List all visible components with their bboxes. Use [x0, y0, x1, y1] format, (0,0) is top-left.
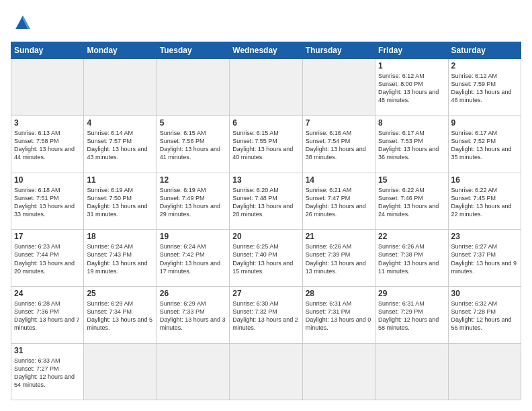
day-number: 1 [378, 61, 445, 71]
calendar-cell: 15Sunrise: 6:22 AM Sunset: 7:46 PM Dayli… [375, 173, 448, 230]
day-number: 28 [306, 289, 372, 298]
day-info: Sunrise: 6:27 AM Sunset: 7:37 PM Dayligh… [451, 242, 518, 275]
day-number: 18 [87, 232, 153, 241]
day-number: 15 [378, 175, 445, 185]
calendar-cell [84, 343, 157, 400]
day-info: Sunrise: 6:30 AM Sunset: 7:32 PM Dayligh… [232, 300, 299, 332]
day-info: Sunrise: 6:21 AM Sunset: 7:47 PM Dayligh… [306, 186, 372, 219]
day-info: Sunrise: 6:25 AM Sunset: 7:40 PM Dayligh… [232, 242, 299, 275]
calendar-cell: 12Sunrise: 6:19 AM Sunset: 7:49 PM Dayli… [157, 173, 229, 230]
weekday-header-friday: Friday [375, 42, 448, 59]
day-info: Sunrise: 6:14 AM Sunset: 7:57 PM Dayligh… [87, 129, 153, 162]
day-number: 21 [306, 232, 372, 241]
weekday-header-thursday: Thursday [302, 42, 375, 59]
day-number: 27 [232, 289, 299, 298]
calendar-cell: 7Sunrise: 6:16 AM Sunset: 7:54 PM Daylig… [302, 116, 375, 173]
calendar-cell: 1Sunrise: 6:12 AM Sunset: 8:00 PM Daylig… [375, 59, 448, 116]
calendar-cell: 29Sunrise: 6:31 AM Sunset: 7:29 PM Dayli… [375, 287, 448, 344]
day-number: 31 [14, 346, 81, 355]
day-number: 13 [232, 175, 299, 185]
page: SundayMondayTuesdayWednesdayThursdayFrid… [0, 0, 532, 411]
day-number: 2 [451, 61, 518, 71]
calendar-cell [157, 59, 229, 116]
calendar-cell: 3Sunrise: 6:13 AM Sunset: 7:58 PM Daylig… [11, 116, 84, 173]
day-number: 14 [306, 175, 372, 185]
calendar-cell [302, 59, 375, 116]
day-number: 12 [160, 175, 226, 185]
calendar-cell [302, 343, 375, 400]
weekday-header-saturday: Saturday [448, 42, 521, 59]
weekday-header-sunday: Sunday [11, 42, 84, 59]
calendar-cell: 4Sunrise: 6:14 AM Sunset: 7:57 PM Daylig… [84, 116, 157, 173]
calendar-cell [375, 343, 448, 400]
day-info: Sunrise: 6:12 AM Sunset: 7:59 PM Dayligh… [451, 72, 518, 105]
weekday-header-monday: Monday [84, 42, 157, 59]
day-info: Sunrise: 6:32 AM Sunset: 7:28 PM Dayligh… [451, 300, 518, 332]
calendar-cell: 11Sunrise: 6:19 AM Sunset: 7:50 PM Dayli… [84, 173, 157, 230]
calendar-cell: 16Sunrise: 6:22 AM Sunset: 7:45 PM Dayli… [448, 173, 521, 230]
calendar-cell: 9Sunrise: 6:17 AM Sunset: 7:52 PM Daylig… [448, 116, 521, 173]
day-info: Sunrise: 6:33 AM Sunset: 7:27 PM Dayligh… [14, 357, 81, 390]
calendar-cell: 2Sunrise: 6:12 AM Sunset: 7:59 PM Daylig… [448, 59, 521, 116]
calendar-cell [448, 343, 521, 400]
calendar-cell: 14Sunrise: 6:21 AM Sunset: 7:47 PM Dayli… [302, 173, 375, 230]
day-info: Sunrise: 6:23 AM Sunset: 7:44 PM Dayligh… [14, 242, 81, 275]
day-number: 6 [232, 118, 299, 128]
calendar-table: SundayMondayTuesdayWednesdayThursdayFrid… [11, 42, 521, 400]
logo [11, 11, 39, 35]
calendar-cell: 18Sunrise: 6:24 AM Sunset: 7:43 PM Dayli… [84, 230, 157, 287]
day-number: 23 [451, 232, 518, 241]
day-info: Sunrise: 6:15 AM Sunset: 7:56 PM Dayligh… [160, 129, 226, 162]
calendar-cell: 23Sunrise: 6:27 AM Sunset: 7:37 PM Dayli… [448, 230, 521, 287]
generalblue-logo-icon [11, 11, 35, 35]
day-number: 7 [306, 118, 372, 128]
calendar-cell: 19Sunrise: 6:24 AM Sunset: 7:42 PM Dayli… [157, 230, 229, 287]
day-number: 4 [87, 118, 153, 128]
day-number: 22 [378, 232, 445, 241]
day-info: Sunrise: 6:18 AM Sunset: 7:51 PM Dayligh… [14, 186, 81, 219]
calendar-cell [11, 59, 84, 116]
day-info: Sunrise: 6:24 AM Sunset: 7:42 PM Dayligh… [160, 242, 226, 275]
day-number: 9 [451, 118, 518, 128]
day-number: 29 [378, 289, 445, 298]
day-info: Sunrise: 6:29 AM Sunset: 7:34 PM Dayligh… [87, 300, 153, 332]
day-info: Sunrise: 6:28 AM Sunset: 7:36 PM Dayligh… [14, 300, 81, 332]
day-info: Sunrise: 6:24 AM Sunset: 7:43 PM Dayligh… [87, 242, 153, 275]
day-info: Sunrise: 6:22 AM Sunset: 7:45 PM Dayligh… [451, 186, 518, 219]
day-info: Sunrise: 6:20 AM Sunset: 7:48 PM Dayligh… [232, 186, 299, 219]
calendar-cell [157, 343, 229, 400]
day-number: 20 [232, 232, 299, 241]
calendar-cell: 20Sunrise: 6:25 AM Sunset: 7:40 PM Dayli… [230, 230, 302, 287]
calendar-cell: 22Sunrise: 6:26 AM Sunset: 7:38 PM Dayli… [375, 230, 448, 287]
calendar-cell: 28Sunrise: 6:31 AM Sunset: 7:31 PM Dayli… [302, 287, 375, 344]
day-info: Sunrise: 6:29 AM Sunset: 7:33 PM Dayligh… [160, 300, 226, 332]
calendar-cell: 21Sunrise: 6:26 AM Sunset: 7:39 PM Dayli… [302, 230, 375, 287]
day-info: Sunrise: 6:17 AM Sunset: 7:52 PM Dayligh… [451, 129, 518, 162]
weekday-header-tuesday: Tuesday [157, 42, 229, 59]
day-number: 16 [451, 175, 518, 185]
calendar-cell: 6Sunrise: 6:15 AM Sunset: 7:55 PM Daylig… [230, 116, 302, 173]
day-info: Sunrise: 6:19 AM Sunset: 7:50 PM Dayligh… [87, 186, 153, 219]
day-info: Sunrise: 6:26 AM Sunset: 7:38 PM Dayligh… [378, 242, 445, 275]
calendar-cell: 5Sunrise: 6:15 AM Sunset: 7:56 PM Daylig… [157, 116, 229, 173]
day-info: Sunrise: 6:22 AM Sunset: 7:46 PM Dayligh… [378, 186, 445, 219]
day-number: 10 [14, 175, 81, 185]
weekday-header-wednesday: Wednesday [230, 42, 302, 59]
day-number: 17 [14, 232, 81, 241]
calendar-cell [230, 59, 302, 116]
calendar-cell: 24Sunrise: 6:28 AM Sunset: 7:36 PM Dayli… [11, 287, 84, 344]
calendar-cell [230, 343, 302, 400]
day-info: Sunrise: 6:15 AM Sunset: 7:55 PM Dayligh… [232, 129, 299, 162]
day-info: Sunrise: 6:31 AM Sunset: 7:31 PM Dayligh… [306, 300, 372, 332]
day-info: Sunrise: 6:19 AM Sunset: 7:49 PM Dayligh… [160, 186, 226, 219]
day-number: 5 [160, 118, 226, 128]
calendar-cell: 17Sunrise: 6:23 AM Sunset: 7:44 PM Dayli… [11, 230, 84, 287]
day-info: Sunrise: 6:12 AM Sunset: 8:00 PM Dayligh… [378, 72, 445, 105]
day-number: 8 [378, 118, 445, 128]
calendar-cell: 10Sunrise: 6:18 AM Sunset: 7:51 PM Dayli… [11, 173, 84, 230]
calendar-cell: 8Sunrise: 6:17 AM Sunset: 7:53 PM Daylig… [375, 116, 448, 173]
calendar-cell: 26Sunrise: 6:29 AM Sunset: 7:33 PM Dayli… [157, 287, 229, 344]
day-info: Sunrise: 6:16 AM Sunset: 7:54 PM Dayligh… [306, 129, 372, 162]
day-number: 11 [87, 175, 153, 185]
calendar-cell: 31Sunrise: 6:33 AM Sunset: 7:27 PM Dayli… [11, 343, 84, 400]
